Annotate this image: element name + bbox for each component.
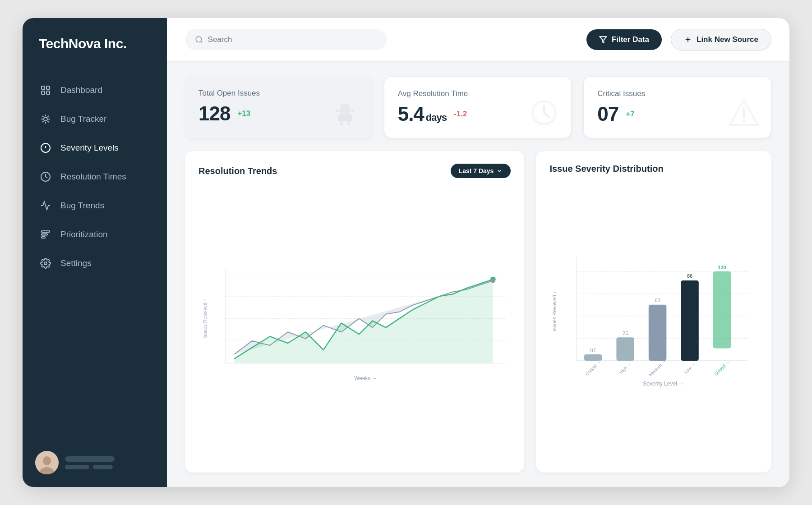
avatar xyxy=(35,451,59,474)
clock-icon xyxy=(39,170,52,184)
settings-icon xyxy=(39,257,52,270)
svg-point-16 xyxy=(196,37,201,42)
svg-point-14 xyxy=(43,456,51,465)
filter-btn-label: Filter Data xyxy=(612,35,649,44)
svg-rect-51 xyxy=(584,354,602,361)
charts-row: Resolution Trends Last 7 Days xyxy=(185,151,771,473)
svg-rect-63 xyxy=(713,271,731,348)
sidebar-nav: Dashboard Bug Tracker xyxy=(23,68,167,446)
bug-icon xyxy=(39,112,52,126)
sidebar-item-severity-levels[interactable]: Severity Levels xyxy=(23,133,167,162)
kpi-row: Total Open Issues 128 +13 xyxy=(185,76,771,138)
svg-text:86: 86 xyxy=(687,273,692,279)
chart-header-resolution: Resolution Trends Last 7 Days xyxy=(198,164,511,178)
svg-marker-18 xyxy=(600,37,606,43)
kpi-clock-icon xyxy=(528,96,560,131)
sidebar-item-prioritization[interactable]: Prioritization xyxy=(23,220,167,249)
sidebar-item-settings[interactable]: Settings xyxy=(23,249,167,278)
sidebar-label-resolution-times: Resolution Times xyxy=(60,172,126,182)
sidebar-item-bug-trends[interactable]: Bug Trends xyxy=(23,191,167,220)
chevron-down-icon xyxy=(496,168,503,174)
kpi-value-total-open-issues: 128 xyxy=(198,102,230,125)
svg-rect-21 xyxy=(340,104,350,115)
kpi-value-critical-issues: 07 xyxy=(597,103,618,125)
svg-line-17 xyxy=(201,41,202,43)
chart-card-severity-distribution: Issue Severity Distribution Is xyxy=(536,151,771,473)
svg-text:Issues Resolved ↑: Issues Resolved ↑ xyxy=(552,291,558,331)
svg-text:High →: High → xyxy=(618,361,632,375)
svg-rect-25 xyxy=(340,121,342,125)
svg-rect-26 xyxy=(347,121,350,125)
kpi-card-critical-issues: Critical Issues 07 +7 xyxy=(583,76,771,138)
kpi-delta-avg-resolution: -1.2 xyxy=(454,110,467,119)
prioritization-icon xyxy=(39,228,52,241)
kpi-card-total-open-issues: Total Open Issues 128 +13 xyxy=(185,76,372,138)
user-profile[interactable] xyxy=(23,451,167,474)
chart-title-resolution: Resolution Trends xyxy=(198,166,277,176)
sidebar-item-bug-tracker[interactable]: Bug Tracker xyxy=(23,105,167,133)
svg-rect-1 xyxy=(46,86,50,89)
severity-bar-chart: Issues Resolved ↑ Severity Level → 07 Cr… xyxy=(549,182,758,460)
svg-rect-10 xyxy=(42,234,47,235)
plus-icon xyxy=(684,36,692,44)
link-source-btn-label: Link New Source xyxy=(697,35,758,44)
chart-card-resolution-trends: Resolution Trends Last 7 Days xyxy=(185,151,524,473)
svg-text:Severity Level →: Severity Level → xyxy=(643,381,684,387)
user-name-placeholder xyxy=(65,456,115,462)
svg-text:Medium →: Medium → xyxy=(648,358,667,377)
search-bar[interactable] xyxy=(185,29,387,50)
content-area: Total Open Issues 128 +13 xyxy=(167,62,789,487)
kpi-card-avg-resolution: Avg Resolution Time 5.4days -1.2 xyxy=(384,76,572,138)
user-sub-info xyxy=(65,465,115,469)
svg-rect-60 xyxy=(681,280,699,361)
sidebar-item-resolution-times[interactable]: Resolution Times xyxy=(23,162,167,191)
resolution-trends-chart: Issues Resolved ↑ Weeks → xyxy=(198,186,511,460)
chart-title-severity: Issue Severity Distribution xyxy=(549,164,663,174)
kpi-label-total-open-issues: Total Open Issues xyxy=(198,89,359,98)
user-detail-placeholder xyxy=(93,465,113,469)
app-title: TechNova Inc. xyxy=(23,18,167,68)
search-input[interactable] xyxy=(208,35,377,44)
filter-icon xyxy=(599,36,607,44)
svg-text:Closed →: Closed → xyxy=(714,359,731,376)
svg-text:25: 25 xyxy=(623,331,628,336)
svg-rect-54 xyxy=(617,337,635,361)
svg-rect-23 xyxy=(336,110,339,112)
svg-rect-57 xyxy=(649,305,667,361)
chart-header-severity: Issue Severity Distribution xyxy=(549,164,758,174)
filter-data-button[interactable]: Filter Data xyxy=(586,29,662,50)
svg-text:60: 60 xyxy=(655,298,660,303)
header: Filter Data Link New Source xyxy=(167,18,789,62)
svg-point-30 xyxy=(743,119,745,122)
sidebar-label-severity-levels: Severity Levels xyxy=(60,143,119,153)
severity-icon xyxy=(39,141,52,155)
svg-rect-11 xyxy=(42,237,45,238)
sidebar-label-bug-tracker: Bug Tracker xyxy=(60,114,106,124)
svg-point-12 xyxy=(44,262,47,265)
kpi-delta-critical-issues: +7 xyxy=(626,110,634,119)
svg-text:Weeks →: Weeks → xyxy=(354,375,377,381)
user-info xyxy=(65,456,115,469)
sidebar-label-settings: Settings xyxy=(60,258,92,268)
sidebar-label-prioritization: Prioritization xyxy=(60,230,108,239)
user-role-placeholder xyxy=(65,465,89,469)
link-new-source-button[interactable]: Link New Source xyxy=(671,29,771,50)
svg-text:Critical →: Critical → xyxy=(585,359,602,376)
kpi-value-avg-resolution: 5.4days xyxy=(398,103,447,125)
svg-rect-0 xyxy=(42,86,45,89)
svg-rect-9 xyxy=(42,231,50,232)
svg-point-4 xyxy=(44,117,47,121)
svg-text:Issues Resolved ↑: Issues Resolved ↑ xyxy=(202,298,208,338)
svg-rect-24 xyxy=(351,110,354,112)
kpi-delta-total-open-issues: +13 xyxy=(237,109,250,118)
sidebar-item-dashboard[interactable]: Dashboard xyxy=(23,76,167,105)
main-content: Filter Data Link New Source Total Open I… xyxy=(167,18,789,487)
sidebar-label-dashboard: Dashboard xyxy=(60,85,102,95)
period-selector-button[interactable]: Last 7 Days xyxy=(451,164,511,178)
dashboard-icon xyxy=(39,83,52,97)
kpi-warning-icon xyxy=(728,96,760,131)
svg-text:120: 120 xyxy=(718,265,726,270)
sidebar-label-bug-trends: Bug Trends xyxy=(60,201,104,211)
app-wrapper: TechNova Inc. Dashboard xyxy=(23,18,789,487)
trends-icon xyxy=(39,199,52,212)
